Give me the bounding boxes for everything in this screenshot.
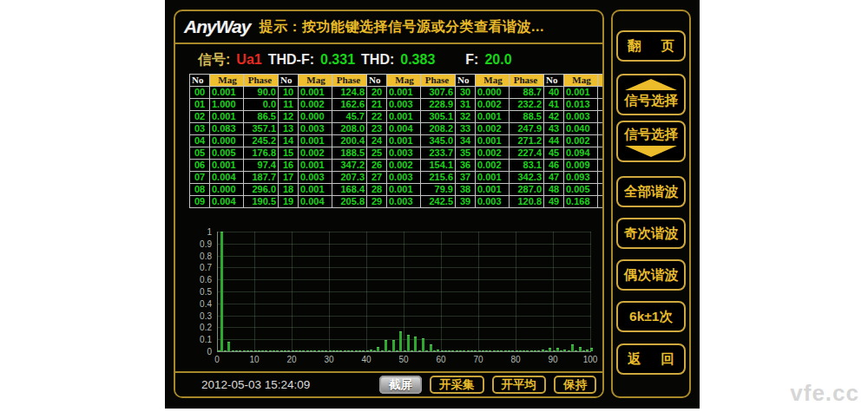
harmonic-cell: 345.0	[421, 135, 456, 147]
table-row: 090.004190.5190.004205.8290.003242.5390.…	[190, 196, 605, 208]
button-6k-plus-minus-1[interactable]: 6k±1次	[616, 301, 686, 332]
harmonic-cell: 05	[190, 147, 210, 160]
harmonic-bar	[239, 350, 241, 351]
harmonic-cell: 22	[367, 111, 387, 123]
harmonic-cell: 307.6	[421, 87, 456, 99]
harmonic-bar	[582, 350, 585, 351]
table-header-cell: Phase	[244, 75, 279, 87]
harmonic-cell: 00	[190, 87, 210, 99]
table-header-cell: Mag	[564, 75, 598, 87]
harmonic-bar	[396, 350, 398, 351]
harmonic-cell: 215.6	[421, 172, 456, 184]
table-header-cell: Mag	[299, 75, 332, 87]
harmonic-bar	[430, 344, 432, 351]
button-even-harmonics[interactable]: 偶次谐波	[616, 259, 686, 291]
harmonic-cell: 33.6	[598, 135, 605, 147]
harmonic-cell: 168.4	[332, 184, 367, 196]
harmonic-bar	[220, 232, 223, 351]
harmonic-cell: 0.001	[299, 87, 332, 99]
harmonic-cell: 0.002	[299, 99, 332, 111]
harmonic-cell: 25	[367, 147, 387, 160]
harmonic-bar	[425, 350, 428, 351]
x-axis-tick-label: 80	[505, 355, 526, 364]
harmonic-bar	[534, 350, 536, 351]
button-return[interactable]: 返回	[616, 343, 686, 375]
harmonic-cell: 0.001	[299, 184, 332, 196]
harmonic-cell: 40	[544, 87, 564, 99]
harmonic-cell: 17	[279, 172, 299, 184]
harmonic-cell: 154.1	[421, 160, 456, 172]
harmonic-cell: 07	[190, 172, 210, 184]
prompt-text: 提示：按功能键选择信号源或分类查看谐波...	[259, 18, 543, 36]
harmonic-cell: 88.7	[510, 87, 544, 99]
harmonic-cell: 0.005	[210, 147, 244, 160]
harmonic-cell: 161.7	[598, 184, 605, 196]
harmonic-bar	[560, 350, 562, 351]
harmonic-cell: 245.2	[244, 135, 279, 147]
y-axis-tick-label: 0.3	[177, 311, 212, 321]
harmonic-cell: 38	[456, 184, 476, 196]
harmonic-bar	[370, 350, 372, 351]
harmonic-cell: 88.4	[598, 172, 605, 184]
button-page-flip[interactable]: 翻页	[616, 30, 686, 62]
button-start-acquisition[interactable]: 开采集	[430, 376, 484, 394]
title-bar: AnyWay 提示：按功能键选择信号源或分类查看谐波...	[175, 11, 602, 44]
harmonic-cell: 0.001	[210, 160, 244, 172]
harmonic-cell: 0.168	[564, 196, 598, 208]
button-label: 翻	[628, 37, 641, 56]
harmonic-cell: 1.000	[210, 99, 244, 111]
harmonic-bar	[418, 350, 421, 351]
harmonic-cell: 0.003	[387, 99, 421, 111]
button-hold[interactable]: 保持	[554, 376, 596, 394]
x-axis-tick-label: 50	[393, 355, 414, 364]
harmonic-bar	[451, 350, 454, 351]
harmonic-cell: 208.2	[421, 123, 456, 135]
harmonic-cell: 79.9	[421, 184, 456, 196]
harmonic-cell: 0.004	[299, 196, 332, 208]
button-signal-select-down[interactable]: 信号选择	[616, 121, 686, 162]
button-all-harmonics[interactable]: 全部谐波	[616, 176, 686, 207]
harmonic-cell: 41	[544, 99, 564, 111]
harmonic-bar	[224, 350, 227, 351]
button-start-averaging[interactable]: 开平均	[492, 376, 547, 394]
harmonic-bar	[433, 350, 436, 351]
harmonic-cell: 19	[279, 196, 299, 208]
harmonic-cell: 176.8	[244, 147, 279, 160]
harmonic-cell: 90.0	[244, 87, 279, 99]
harmonic-bar	[325, 350, 327, 351]
x-axis-tick-label: 30	[319, 355, 339, 364]
harmonic-bar	[273, 350, 275, 351]
button-odd-harmonics[interactable]: 奇次谐波	[616, 218, 686, 249]
down-arrow-icon	[625, 146, 677, 157]
harmonic-cell: 0.001	[387, 111, 421, 123]
harmonic-bar	[227, 342, 230, 352]
harmonic-cell: 271.2	[510, 135, 544, 147]
harmonic-cell: 0.002	[476, 123, 510, 135]
x-axis-tick-label: 0	[207, 355, 227, 364]
harmonic-cell: 0.083	[210, 123, 244, 135]
harmonic-bar	[542, 350, 544, 351]
x-axis-tick-label: 70	[468, 355, 489, 364]
table-row: 020.00186.5120.00045.7220.001305.1320.00…	[190, 111, 605, 123]
harmonic-cell: 16	[279, 160, 299, 172]
harmonic-bar	[247, 350, 249, 351]
harmonic-cell: 247.9	[510, 123, 544, 135]
harmonic-bar	[448, 350, 450, 351]
harmonic-bar	[516, 350, 518, 351]
harmonic-cell: 87.7	[598, 99, 605, 111]
harmonic-bar	[563, 350, 566, 351]
harmonic-cell: 45	[544, 147, 564, 160]
harmonic-cell: 46	[544, 160, 564, 172]
harmonic-cell: 342.3	[510, 172, 544, 184]
harmonic-cell: 121.3	[598, 87, 605, 99]
harmonic-bar	[489, 350, 491, 351]
button-signal-select-up[interactable]: 信号选择	[616, 74, 686, 115]
harmonic-cell: 20	[367, 87, 387, 99]
harmonic-bar	[232, 350, 234, 351]
harmonic-cell: 90.5	[598, 123, 605, 135]
button-screenshot[interactable]: 截屏	[379, 376, 422, 394]
harmonic-bar	[310, 350, 312, 351]
signal-value: Ua1	[236, 52, 261, 68]
harmonic-bar	[329, 350, 332, 351]
harmonic-bar	[441, 350, 444, 351]
